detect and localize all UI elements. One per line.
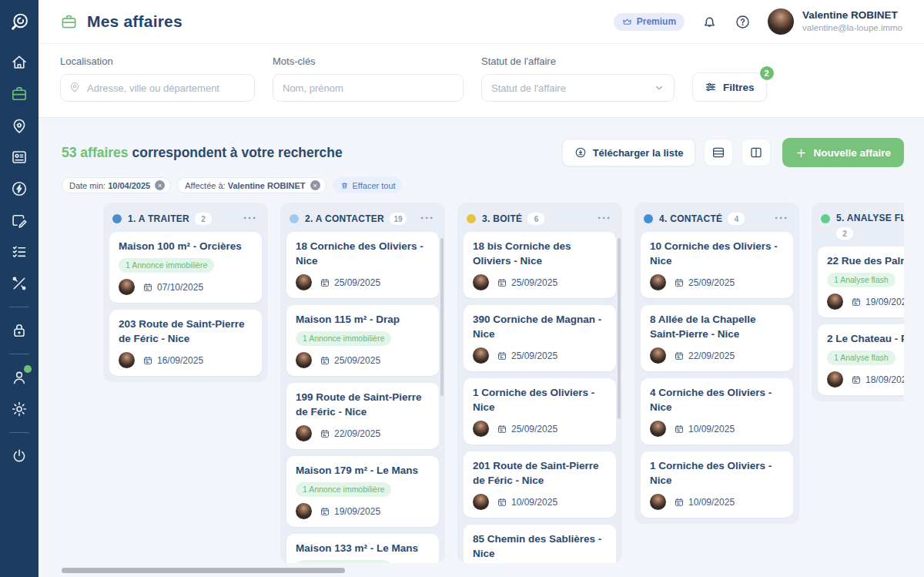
status-dot-icon — [112, 214, 122, 223]
user-avatar[interactable] — [768, 8, 794, 35]
kanban-view-button[interactable] — [742, 139, 771, 166]
kanban-view-icon — [749, 146, 763, 159]
trash-icon — [340, 181, 349, 190]
localisation-input[interactable] — [60, 74, 255, 102]
affair-date: 19/09/2025 — [334, 506, 380, 517]
affair-card[interactable]: 201 Route de Saint-Pierre de Féric - Nic… — [464, 451, 616, 518]
calendar-icon — [320, 428, 330, 439]
assignee-avatar — [473, 494, 489, 510]
statut-select[interactable]: Statut de l'affaire — [481, 74, 675, 102]
affair-card[interactable]: 390 Corniche de Magnan - Nice25/09/2025 — [464, 305, 616, 371]
sidebar-item-support[interactable] — [10, 368, 28, 387]
affair-card[interactable]: 18 Corniche des Oliviers - Nice25/09/202… — [286, 232, 439, 298]
sidebar-nav — [0, 44, 38, 465]
card-footer: 25/09/2025 — [296, 352, 430, 368]
assignee-avatar — [650, 494, 666, 510]
table-view-icon — [711, 146, 725, 159]
new-affair-button[interactable]: Nouvelle affaire — [782, 138, 904, 167]
card-footer: 18/09/2025 — [827, 371, 904, 387]
download-list-button[interactable]: Télécharger la liste — [562, 139, 696, 166]
column-menu-button[interactable]: ··· — [596, 213, 613, 223]
sidebar-item-prospecting-card[interactable] — [10, 148, 28, 166]
loupe-logo-icon[interactable] — [0, 0, 38, 44]
affair-card[interactable]: Maison 115 m² - Drap1 Annonce immobilièr… — [286, 305, 439, 376]
affair-card[interactable]: 8 Allée de la Chapelle Saint-Pierre - Ni… — [641, 305, 793, 371]
calendar-icon — [320, 277, 330, 288]
localisation-label: Localisation — [60, 55, 255, 67]
close-icon[interactable]: × — [155, 180, 165, 190]
column-count-badge: 2 — [836, 227, 853, 240]
sidebar-item-briefcase[interactable] — [10, 85, 28, 103]
results-count: 53 affaires — [62, 145, 129, 160]
affair-date: 22/09/2025 — [688, 351, 735, 361]
sidebar — [0, 0, 38, 577]
affair-title: 203 Route de Saint-Pierre de Féric - Nic… — [119, 317, 253, 346]
column-header: 4. CONTACTÉ4··· — [641, 209, 793, 232]
chevron-down-icon — [654, 82, 665, 93]
column-menu-button[interactable]: ··· — [419, 213, 436, 223]
affair-title: Maison 100 m² - Orcières — [119, 239, 253, 253]
filter-chip-affectee: Affectée à: Valentine ROBINET × — [177, 177, 326, 193]
table-view-button[interactable] — [704, 139, 733, 166]
column-menu-button[interactable]: ··· — [242, 213, 259, 223]
affair-card[interactable]: 199 Route de Saint-Pierre de Féric - Nic… — [286, 383, 439, 449]
card-footer: 10/09/2025 — [650, 421, 784, 437]
sidebar-item-edit-card[interactable] — [10, 211, 28, 230]
mots-cles-input[interactable] — [273, 74, 464, 102]
affair-card[interactable]: 1 Corniche des Oliviers - Nice10/09/2025 — [641, 451, 793, 518]
card-footer: 22/09/2025 — [296, 425, 430, 441]
close-icon[interactable]: × — [310, 180, 320, 190]
affair-title: 10 Corniche des Oliviers - Nice — [650, 239, 784, 268]
sidebar-item-gear[interactable] — [10, 400, 28, 418]
affair-card[interactable]: 1 Corniche des Oliviers - Nice25/09/2025 — [464, 378, 616, 444]
clear-all-filters-button[interactable]: Effacer tout — [333, 177, 402, 193]
column-title: 3. BOITÉ — [482, 213, 522, 224]
sidebar-item-tools[interactable] — [10, 274, 28, 293]
column-header: 2. A CONTACTER19··· — [286, 209, 439, 232]
affair-card[interactable]: 4 Corniche des Oliviers - Nice10/09/2025 — [641, 378, 793, 444]
sidebar-item-power[interactable] — [10, 447, 28, 465]
affair-card[interactable]: 2 Le Chateau - Pennautier1 Analyse flash… — [818, 324, 904, 395]
sidebar-item-flash[interactable] — [10, 179, 28, 198]
affair-card[interactable]: 203 Route de Saint-Pierre de Féric - Nic… — [109, 310, 262, 376]
column-scrollbar[interactable] — [618, 238, 621, 419]
card-footer: 07/10/2025 — [119, 279, 253, 295]
affair-card[interactable]: Maison 100 m² - Orcières1 Annonce immobi… — [109, 232, 262, 303]
plus-icon — [795, 147, 807, 159]
card-footer: 25/09/2025 — [296, 274, 430, 290]
affair-card[interactable]: 22 Rue des Palmiers - Le Mans1 Analyse f… — [818, 247, 904, 317]
column-title: 5. ANALYSE FLASH RÉALISÉE — [836, 213, 904, 223]
card-list: 18 Corniche des Oliviers - Nice25/09/202… — [286, 232, 439, 563]
calendar-icon — [497, 351, 507, 361]
affair-date: 18/09/2025 — [865, 374, 904, 385]
affair-date: 22/09/2025 — [334, 428, 380, 439]
column-menu-button[interactable]: ··· — [773, 213, 790, 223]
sidebar-item-lock[interactable] — [10, 321, 28, 340]
crown-icon — [622, 17, 632, 27]
calendar-icon — [320, 355, 330, 366]
affair-card[interactable]: Maison 133 m² - Le Mans1 Annonce immobil… — [286, 534, 439, 563]
tools-icon — [10, 274, 28, 293]
kanban-column: 5. ANALYSE FLASH RÉALISÉE2···22 Rue des … — [812, 203, 904, 401]
kanban-board: 1. A TRAITER2···Maison 100 m² - Orcières… — [103, 203, 904, 577]
affair-card[interactable]: 85 Chemin des Sablières - Nice10/09/2025 — [464, 525, 616, 563]
affair-date: 25/09/2025 — [511, 424, 557, 434]
assignee-avatar — [296, 503, 312, 519]
horizontal-scrollbar[interactable] — [62, 568, 345, 573]
column-scrollbar[interactable] — [440, 238, 444, 396]
notifications-button[interactable] — [701, 14, 718, 30]
filtres-button[interactable]: Filtres — [692, 72, 767, 102]
sidebar-item-pin-home[interactable] — [10, 116, 28, 135]
affair-date: 19/09/2025 — [865, 297, 904, 307]
affair-card[interactable]: 18 bis Corniche des Oliviers - Nice25/09… — [464, 232, 616, 298]
affair-date: 10/09/2025 — [688, 497, 735, 508]
help-button[interactable] — [735, 14, 751, 30]
affair-card[interactable]: 10 Corniche des Oliviers - Nice25/09/202… — [641, 232, 793, 298]
active-filters-row: Date min: 10/04/2025 × Affectée à: Valen… — [38, 167, 924, 193]
sidebar-item-home[interactable] — [10, 53, 28, 72]
sidebar-item-checklist[interactable] — [10, 243, 28, 261]
kanban-column: 4. CONTACTÉ4···10 Corniche des Oliviers … — [634, 203, 799, 524]
assignee-avatar — [119, 352, 135, 368]
affair-title: 201 Route de Saint-Pierre de Féric - Nic… — [473, 458, 607, 488]
affair-card[interactable]: Maison 179 m² - Le Mans1 Annonce immobil… — [286, 456, 439, 527]
